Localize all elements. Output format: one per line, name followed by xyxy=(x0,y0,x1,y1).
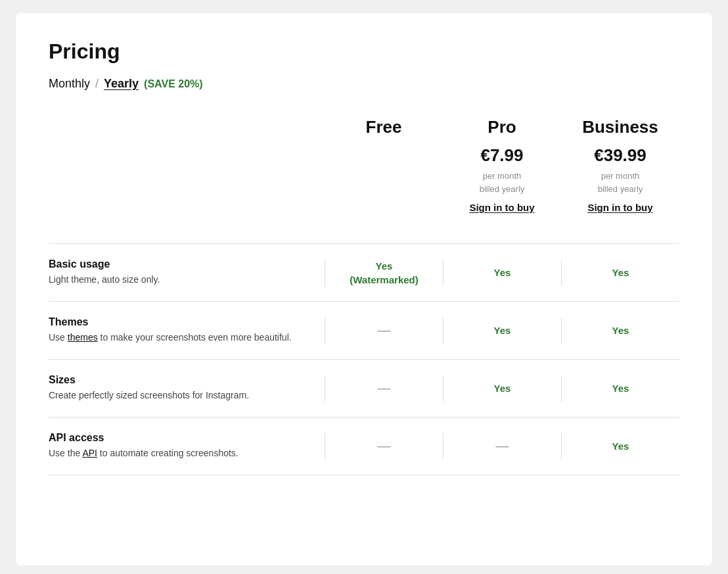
page-title: Pricing xyxy=(49,39,679,64)
feature-col-header xyxy=(49,117,325,224)
plan-business-price: €39.99 xyxy=(561,145,679,166)
feature-desc-basic-usage: Light theme, auto size only. xyxy=(49,273,311,287)
feature-name-basic-usage: Basic usage xyxy=(49,258,311,270)
feature-info-themes: Themes Use themes to make your screensho… xyxy=(49,316,325,345)
feature-desc-sizes: Create perfectly sized screenshots for I… xyxy=(49,389,311,402)
yearly-toggle[interactable]: Yearly xyxy=(104,77,139,91)
plan-header-row: Free Pro €7.99 per monthbilled yearly Si… xyxy=(49,117,679,224)
plan-business-cta[interactable]: Sign in to buy xyxy=(561,202,679,213)
pricing-page: Pricing Monthly / Yearly (SAVE 20%) Free… xyxy=(16,13,712,565)
plan-business-billing: per monthbilled yearly xyxy=(561,170,679,195)
feature-cell-basic-usage-business: Yes xyxy=(561,260,679,286)
plan-pro-billing: per monthbilled yearly xyxy=(443,170,561,195)
feature-cell-themes-pro: Yes xyxy=(443,318,561,344)
feature-cell-sizes-business: Yes xyxy=(561,375,679,402)
feature-row-basic-usage: Basic usage Light theme, auto size only.… xyxy=(49,243,679,301)
save-badge: (SAVE 20%) xyxy=(144,78,203,90)
billing-divider: / xyxy=(95,77,99,91)
feature-name-sizes: Sizes xyxy=(49,374,311,386)
feature-cell-api-free: — xyxy=(325,433,443,460)
feature-desc-themes: Use themes to make your screenshots even… xyxy=(49,331,311,345)
billing-toggle: Monthly / Yearly (SAVE 20%) xyxy=(49,77,679,91)
plan-free-name: Free xyxy=(325,117,443,137)
api-link[interactable]: API xyxy=(82,448,97,458)
monthly-toggle[interactable]: Monthly xyxy=(49,77,90,91)
feature-name-themes: Themes xyxy=(49,316,311,328)
feature-cell-themes-free: — xyxy=(325,318,443,344)
feature-name-api-access: API access xyxy=(49,432,311,444)
features-section: Basic usage Light theme, auto size only.… xyxy=(49,243,679,475)
plan-free: Free xyxy=(325,117,443,224)
plan-pro-price: €7.99 xyxy=(443,145,561,166)
plan-business-name: Business xyxy=(561,117,679,137)
themes-link[interactable]: themes xyxy=(68,332,98,343)
pricing-table: Free Pro €7.99 per monthbilled yearly Si… xyxy=(49,117,679,475)
feature-info-basic-usage: Basic usage Light theme, auto size only. xyxy=(49,258,325,287)
feature-cell-sizes-free: — xyxy=(325,375,443,402)
plan-pro: Pro €7.99 per monthbilled yearly Sign in… xyxy=(443,117,561,224)
feature-cell-api-pro: — xyxy=(443,433,561,460)
plan-pro-name: Pro xyxy=(443,117,561,137)
feature-row-api-access: API access Use the API to automate creat… xyxy=(49,417,679,475)
feature-cell-basic-usage-pro: Yes xyxy=(443,260,561,286)
feature-cell-themes-business: Yes xyxy=(561,318,679,344)
feature-row-themes: Themes Use themes to make your screensho… xyxy=(49,301,679,359)
plan-business: Business €39.99 per monthbilled yearly S… xyxy=(561,117,679,224)
feature-info-api-access: API access Use the API to automate creat… xyxy=(49,432,325,460)
feature-info-sizes: Sizes Create perfectly sized screenshots… xyxy=(49,374,325,402)
feature-cell-api-business: Yes xyxy=(561,433,679,460)
feature-desc-api-access: Use the API to automate creating screens… xyxy=(49,446,311,460)
feature-cell-sizes-pro: Yes xyxy=(443,375,561,402)
feature-row-sizes: Sizes Create perfectly sized screenshots… xyxy=(49,359,679,417)
plan-pro-cta[interactable]: Sign in to buy xyxy=(443,202,561,213)
feature-cell-basic-usage-free: Yes(Watermarked) xyxy=(325,259,443,287)
